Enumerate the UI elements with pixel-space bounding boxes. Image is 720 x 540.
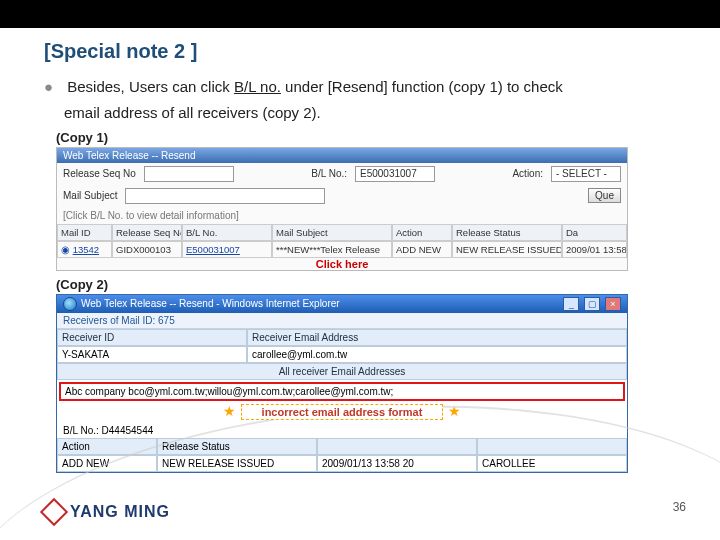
- col-receiver-email: Receiver Email Address: [247, 329, 627, 346]
- cell-blno: E500031007: [182, 241, 272, 258]
- copy1-screenshot: Web Telex Release -- Resend Release Seq …: [56, 147, 628, 271]
- bullet-1: Besides, Users can click B/L no. under […: [44, 77, 680, 97]
- col-date: Da: [562, 224, 627, 241]
- col-blno: B/L No.: [182, 224, 272, 241]
- grid3-header: Action Release Status: [57, 438, 627, 455]
- receivers-caption: Receivers of Mail ID: 675: [57, 313, 627, 329]
- col-release-status: Release Status: [452, 224, 562, 241]
- g3-action: ADD NEW: [57, 455, 157, 472]
- maximize-button[interactable]: ▢: [584, 297, 600, 311]
- copy2-window: Web Telex Release -- Resend - Windows In…: [56, 294, 628, 473]
- grid2-row: Y-SAKATA carollee@yml.com.tw: [57, 346, 627, 363]
- all-addr-label: All receiver Email Addresses: [57, 363, 627, 380]
- brand-logo: YANG MING: [44, 502, 170, 522]
- all-addr-header: All receiver Email Addresses: [57, 363, 627, 380]
- page-number: 36: [673, 500, 686, 514]
- ie-icon: [63, 297, 77, 311]
- all-addr-value: Abc company bco@yml.com.tw;willou@yml.co…: [61, 384, 623, 399]
- g3-col-status: Release Status: [157, 438, 317, 455]
- cell-action: ADD NEW: [392, 241, 452, 258]
- col-mail-subject: Mail Subject: [272, 224, 392, 241]
- slide-title: [Special note 2 ]: [44, 40, 680, 63]
- bullet-text-pre: Besides, Users can click: [67, 78, 234, 95]
- grid3-row: ADD NEW NEW RELEASE ISSUED 2009/01/13 13…: [57, 455, 627, 472]
- blno-label: B/L No.:: [311, 168, 347, 179]
- window-titlebar: Web Telex Release -- Resend - Windows In…: [57, 295, 627, 313]
- release-seq-label: Release Seq No: [63, 168, 136, 179]
- star-icon: ★: [446, 403, 463, 419]
- copy2-label: (Copy 2): [56, 277, 680, 292]
- cell-subject: ***NEW***Telex Release: [272, 241, 392, 258]
- mail-subject-label: Mail Subject: [63, 190, 117, 201]
- window-title: Web Telex Release -- Resend - Windows In…: [81, 297, 340, 308]
- top-blackbar: [0, 0, 720, 28]
- cell-date: 2009/01 13:58:2: [562, 241, 627, 258]
- g3-user: CAROLLEE: [477, 455, 627, 472]
- action-select[interactable]: - SELECT -: [551, 166, 621, 182]
- warning-callout: ★ incorrect email address format ★: [57, 403, 627, 423]
- cell-seq: GIDX000103: [112, 241, 182, 258]
- cell-receiver-id: Y-SAKATA: [57, 346, 247, 363]
- minimize-button[interactable]: _: [563, 297, 579, 311]
- grid2-header: Receiver ID Receiver Email Address: [57, 329, 627, 346]
- highlight-box: Abc company bco@yml.com.tw;willou@yml.co…: [59, 382, 625, 401]
- close-button[interactable]: ×: [605, 297, 621, 311]
- g3-col-action: Action: [57, 438, 157, 455]
- col-action: Action: [392, 224, 452, 241]
- col-mail-id: Mail ID: [57, 224, 112, 241]
- cell-mail-id: ◉ 13542: [57, 241, 112, 258]
- col-receiver-id: Receiver ID: [57, 329, 247, 346]
- bl-no-link: B/L no.: [234, 78, 281, 95]
- cell-status: NEW RELEASE ISSUED: [452, 241, 562, 258]
- copy1-grid-header: Mail ID Release Seq No. B/L No. Mail Sub…: [57, 224, 627, 241]
- bullet-line2: email address of all receivers (copy 2).: [64, 103, 680, 123]
- blno-input[interactable]: E500031007: [355, 166, 435, 182]
- click-hint: [Click B/L No. to view detail informatio…: [63, 210, 239, 221]
- star-icon: ★: [221, 403, 238, 419]
- copy1-header: Web Telex Release -- Resend: [57, 148, 627, 163]
- query-button[interactable]: Que: [588, 188, 621, 203]
- action-label: Action:: [512, 168, 543, 179]
- warning-text: incorrect email address format: [241, 404, 444, 420]
- release-seq-input[interactable]: [144, 166, 234, 182]
- brand-text: YANG MING: [70, 503, 170, 521]
- cell-receiver-email: carollee@yml.com.tw: [247, 346, 627, 363]
- bullet-text-post1: under [Resend] function (copy 1) to chec…: [281, 78, 563, 95]
- blno-line: B/L No.: D44454544: [57, 423, 627, 438]
- mail-subject-input[interactable]: [125, 188, 325, 204]
- click-here-callout: Click here: [57, 258, 627, 270]
- g3-status: NEW RELEASE ISSUED: [157, 455, 317, 472]
- g3-date: 2009/01/13 13:58 20: [317, 455, 477, 472]
- copy1-label: (Copy 1): [56, 130, 680, 145]
- copy1-grid-row: ◉ 13542 GIDX000103 E500031007 ***NEW***T…: [57, 241, 627, 258]
- g3-col-empty2: [477, 438, 627, 455]
- g3-col-empty1: [317, 438, 477, 455]
- slide-body: [Special note 2 ] Besides, Users can cli…: [44, 32, 680, 473]
- logo-icon: [40, 498, 68, 526]
- col-release-seq: Release Seq No.: [112, 224, 182, 241]
